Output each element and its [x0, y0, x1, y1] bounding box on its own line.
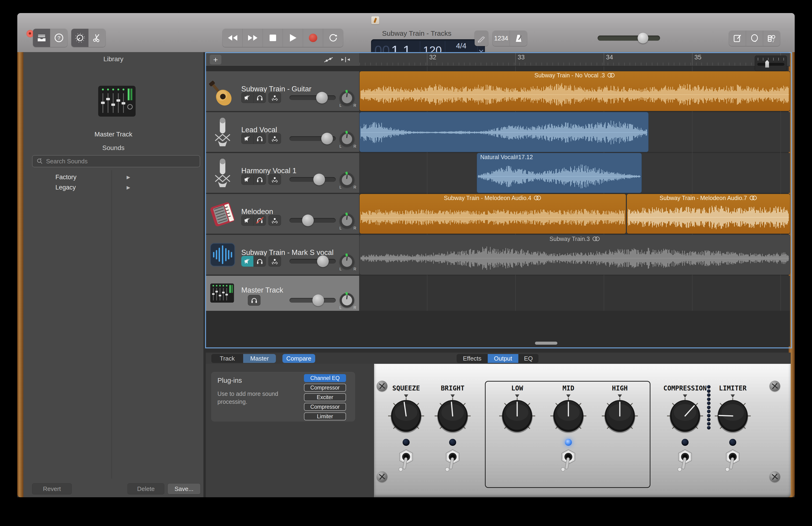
track-volume-knob[interactable] [302, 214, 314, 226]
master-volume-knob[interactable] [638, 33, 648, 43]
track-volume-slider[interactable] [289, 177, 336, 182]
tab-effects[interactable]: Effects [456, 354, 488, 363]
automation-button[interactable] [322, 55, 335, 64]
mute-button[interactable] [241, 215, 254, 226]
solo-button[interactable] [248, 295, 260, 306]
track-header-master[interactable]: Master Track L R [206, 276, 359, 311]
mute-button[interactable] [241, 174, 254, 185]
pan-knob[interactable] [340, 173, 354, 187]
solo-button[interactable] [254, 133, 266, 144]
pan-knob[interactable] [340, 293, 354, 307]
count-in-button[interactable]: 1234 [493, 31, 510, 46]
track-header-mark-s-vocal[interactable]: Subway Train - Mark S vocal [206, 235, 359, 274]
pan-knob[interactable] [340, 132, 354, 146]
media-browser-button[interactable]: ♪ [763, 31, 780, 46]
mute-button[interactable] [241, 133, 254, 144]
squeeze-knob[interactable] [386, 396, 426, 436]
bright-switch[interactable] [443, 449, 462, 475]
solo-button-disabled[interactable] [254, 215, 266, 226]
track-volume-slider[interactable] [289, 218, 336, 223]
tab-master[interactable]: Master [243, 354, 276, 363]
sidebar-item-legacy[interactable]: Legacy ▶ [55, 182, 133, 192]
region-melodeon-b[interactable]: Subway Train - Melodeon Audio.7 [627, 194, 790, 234]
input-monitoring-button[interactable] [269, 256, 281, 267]
compare-button[interactable]: Compare [282, 354, 315, 363]
smart-controls-toggle-button[interactable] [71, 29, 89, 47]
limiter-switch[interactable] [723, 449, 742, 475]
track-volume-knob[interactable] [317, 255, 329, 267]
solo-button[interactable] [254, 174, 266, 185]
tab-eq[interactable]: EQ [518, 354, 538, 363]
squeeze-switch[interactable] [397, 449, 416, 475]
input-monitoring-button[interactable] [269, 92, 281, 103]
cycle-button[interactable] [323, 29, 343, 47]
input-monitoring-button[interactable] [269, 133, 281, 144]
forward-button[interactable] [243, 29, 263, 47]
pan-knob[interactable] [340, 254, 354, 269]
track-header-guitar[interactable]: Subway Train - Guitar L [206, 71, 359, 111]
plugin-slot-exciter[interactable]: Exciter [304, 393, 346, 401]
timeline-lane-master[interactable] [359, 276, 790, 311]
editor-toggle-button[interactable] [89, 29, 105, 47]
input-monitoring-button[interactable] [269, 174, 281, 185]
loop-browser-button[interactable] [746, 31, 763, 46]
add-track-button[interactable]: + [210, 55, 221, 64]
record-button[interactable] [303, 29, 323, 47]
zoom-slider[interactable] [755, 56, 787, 71]
track-volume-slider[interactable] [289, 259, 336, 264]
region-guitar[interactable]: Subway Train - No Vocal .3 [360, 71, 790, 111]
tab-track[interactable]: Track [211, 354, 243, 363]
plugin-slot-compressor-1[interactable]: Compressor [304, 384, 346, 392]
track-volume-knob[interactable] [316, 92, 328, 104]
input-monitoring-button[interactable] [269, 215, 281, 226]
play-button[interactable] [283, 29, 303, 47]
track-header-harmony-vocal[interactable]: Harmony Vocal 1 L R [206, 153, 359, 193]
mute-button[interactable] [241, 92, 254, 103]
search-sounds-field[interactable] [32, 155, 200, 167]
region-lead-vocal[interactable] [360, 112, 648, 152]
plugin-slot-channel-eq[interactable]: Channel EQ [304, 374, 346, 382]
track-header-melodeon[interactable]: Melodeon L R [206, 194, 359, 234]
save-button[interactable]: Save... [168, 483, 201, 494]
plugin-slot-limiter[interactable]: Limiter [304, 412, 346, 420]
track-volume-knob[interactable] [313, 174, 325, 185]
solo-button[interactable] [254, 92, 266, 103]
revert-button[interactable]: Revert [32, 483, 72, 494]
tuner-button[interactable] [475, 31, 488, 46]
track-volume-slider[interactable] [289, 95, 336, 100]
horizontal-scrollbar[interactable] [535, 342, 557, 345]
rewind-button[interactable] [222, 29, 243, 47]
bright-knob[interactable] [433, 396, 473, 436]
quick-help-button[interactable]: ? [50, 29, 67, 47]
sidebar-item-factory[interactable]: Factory ▶ [55, 172, 133, 182]
compression-knob[interactable] [665, 396, 705, 436]
region-melodeon-a[interactable]: Subway Train - Melodeon Audio.4 [360, 194, 626, 234]
low-knob[interactable] [497, 396, 537, 436]
pan-knob[interactable] [340, 91, 354, 105]
solo-button[interactable] [254, 256, 266, 267]
mute-button-active[interactable] [241, 256, 254, 267]
compression-switch[interactable] [676, 449, 694, 475]
mid-knob[interactable] [549, 396, 588, 436]
track-volume-knob[interactable] [321, 133, 333, 145]
master-volume-slider[interactable] [598, 35, 660, 41]
catch-playhead-button[interactable] [339, 55, 352, 64]
search-input[interactable] [46, 157, 200, 165]
region-harmony-vocal[interactable]: Natural Vocal#17.12 [477, 153, 641, 193]
timeline-empty-area[interactable] [206, 311, 790, 346]
track-volume-knob[interactable] [313, 295, 324, 306]
pan-knob[interactable] [340, 214, 354, 228]
track-volume-slider[interactable] [289, 298, 336, 303]
stop-button[interactable] [263, 29, 283, 47]
track-volume-slider[interactable] [289, 136, 336, 141]
note-pad-button[interactable] [729, 31, 746, 46]
high-knob[interactable] [600, 396, 640, 436]
plugin-slot-compressor-2[interactable]: Compressor [304, 403, 346, 411]
library-toggle-button[interactable] [33, 29, 50, 47]
zoom-slider-handle[interactable] [765, 60, 769, 67]
limiter-knob[interactable] [713, 396, 753, 436]
eq-switch[interactable] [559, 449, 578, 475]
region-mark-s-vocal[interactable]: Subway Train.3 [360, 235, 790, 274]
track-header-lead-vocal[interactable]: Lead Vocal L R [206, 112, 359, 152]
metronome-button[interactable] [510, 31, 527, 46]
